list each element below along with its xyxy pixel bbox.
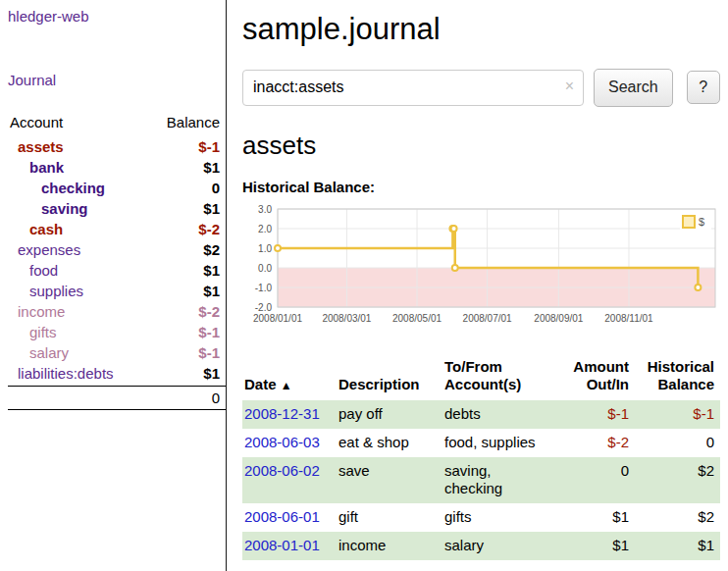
accounts-table-header: Account Balance	[8, 112, 226, 136]
cell-date: 2008-12-31	[242, 400, 337, 429]
cell-description: pay off	[337, 400, 442, 429]
search-button[interactable]: Search	[594, 69, 673, 107]
cell-date: 2008-06-02	[242, 457, 337, 504]
balance-chart[interactable]: 3.02.01.00.0-1.0-2.02008/01/012008/03/01…	[242, 203, 719, 340]
register-col-description: Description	[337, 356, 442, 401]
chart-title: Historical Balance:	[242, 179, 720, 195]
date-link[interactable]: 2008-06-03	[244, 434, 320, 450]
clear-search-icon[interactable]: ×	[565, 78, 574, 95]
date-link[interactable]: 2008-01-01	[244, 537, 320, 553]
search-input[interactable]	[242, 70, 584, 106]
cell-accounts: food, supplies	[442, 429, 552, 457]
account-link[interactable]: food	[8, 262, 58, 279]
page-title: sample.journal	[242, 12, 720, 47]
account-row: assets$-1	[8, 136, 226, 157]
accounts-total-row: 0	[8, 386, 226, 410]
cell-date: 2008-06-01	[242, 503, 337, 532]
account-balance: $1	[203, 283, 220, 299]
account-link[interactable]: liabilities:debts	[8, 365, 114, 382]
svg-text:2.0: 2.0	[258, 223, 272, 234]
svg-text:2008/09/01: 2008/09/01	[534, 313, 583, 324]
register-table: Date ▲ Description To/From Account(s) Am…	[242, 356, 720, 560]
account-heading: assets	[242, 130, 720, 161]
account-row: bank$1	[8, 157, 226, 178]
cell-amount: 0	[552, 457, 635, 504]
cell-amount: $1	[552, 503, 635, 532]
sidebar: hledger-web Journal Account Balance asse…	[0, 0, 227, 571]
register-header-row: Date ▲ Description To/From Account(s) Am…	[242, 356, 720, 401]
account-row: food$1	[8, 260, 226, 281]
account-link[interactable]: expenses	[8, 241, 80, 258]
cell-amount: $1	[552, 532, 635, 560]
cell-date: 2008-01-01	[242, 532, 337, 560]
accounts-col-account: Account	[10, 114, 63, 130]
account-balance: $2	[203, 241, 220, 258]
account-row: cash$-2	[8, 219, 226, 239]
account-balance: $1	[203, 159, 220, 176]
cell-description: gift	[337, 503, 442, 532]
account-balance: $1	[203, 262, 220, 279]
account-row: checking0	[8, 178, 226, 198]
account-link[interactable]: assets	[8, 138, 64, 155]
account-row: income$-2	[8, 301, 226, 322]
cell-accounts: gifts	[442, 503, 552, 532]
account-row: saving$1	[8, 198, 226, 219]
date-link[interactable]: 2008-06-02	[244, 462, 320, 479]
account-link[interactable]: salary	[8, 344, 69, 361]
svg-text:3.0: 3.0	[258, 203, 272, 214]
register-row: 2008-06-02savesaving, checking0$2	[242, 457, 720, 504]
svg-text:1.0: 1.0	[258, 242, 272, 253]
accounts-table: Account Balance assets$-1bank$1checking0…	[8, 112, 226, 410]
accounts-col-balance: Balance	[167, 114, 220, 130]
svg-text:2008/07/01: 2008/07/01	[463, 313, 512, 324]
svg-text:$: $	[699, 216, 704, 228]
register-col-date-label: Date	[244, 376, 277, 392]
account-link[interactable]: cash	[8, 221, 63, 237]
account-row: supplies$1	[8, 281, 226, 301]
cell-balance: $2	[635, 457, 720, 504]
cell-accounts: debts	[442, 400, 552, 429]
account-balance: $1	[203, 200, 220, 217]
account-link[interactable]: supplies	[8, 283, 83, 299]
register-row: 2008-06-03eat & shopfood, supplies$-20	[242, 429, 720, 457]
account-row: gifts$-1	[8, 322, 226, 342]
cell-balance: $2	[635, 503, 720, 532]
cell-description: eat & shop	[337, 429, 442, 457]
register-row: 2008-01-01incomesalary$1$1	[242, 532, 720, 560]
app-title-link[interactable]: hledger-web	[8, 8, 226, 25]
sidebar-item-journal[interactable]: Journal	[8, 72, 226, 88]
register-col-date[interactable]: Date ▲	[242, 356, 337, 401]
account-balance: $-2	[198, 221, 220, 237]
date-link[interactable]: 2008-12-31	[244, 405, 320, 422]
cell-description: income	[337, 532, 442, 560]
account-balance: $-2	[198, 303, 220, 320]
account-link[interactable]: income	[8, 303, 65, 320]
svg-text:-2.0: -2.0	[255, 301, 273, 312]
search-form: × Search ?	[242, 69, 720, 107]
register-row: 2008-12-31pay offdebts$-1$-1	[242, 400, 720, 429]
account-link[interactable]: bank	[8, 159, 64, 176]
register-col-balance: Historical Balance	[635, 356, 720, 401]
cell-accounts: salary	[442, 532, 552, 560]
cell-amount: $-1	[552, 400, 635, 429]
cell-balance: $-1	[635, 400, 720, 429]
account-balance: $-1	[198, 324, 220, 340]
date-link[interactable]: 2008-06-01	[244, 508, 320, 525]
sort-asc-icon: ▲	[281, 379, 292, 392]
register-col-amount: Amount Out/In	[552, 356, 635, 401]
account-balance: $-1	[198, 344, 220, 361]
cell-accounts: saving, checking	[442, 457, 552, 504]
help-button[interactable]: ?	[687, 71, 720, 104]
account-balance: $1	[203, 365, 220, 382]
svg-text:2008/05/01: 2008/05/01	[392, 313, 442, 324]
account-link[interactable]: checking	[8, 180, 105, 196]
account-link[interactable]: saving	[8, 200, 88, 217]
account-row: salary$-1	[8, 342, 226, 363]
accounts-total-value: 0	[212, 389, 220, 406]
account-balance: 0	[212, 180, 220, 196]
register-col-accounts: To/From Account(s)	[442, 356, 552, 401]
main-content: sample.journal × Search ? assets Histori…	[227, 0, 728, 571]
register-row: 2008-06-01giftgifts$1$2	[242, 503, 720, 532]
svg-text:2008/11/01: 2008/11/01	[604, 313, 653, 324]
account-link[interactable]: gifts	[8, 324, 57, 340]
